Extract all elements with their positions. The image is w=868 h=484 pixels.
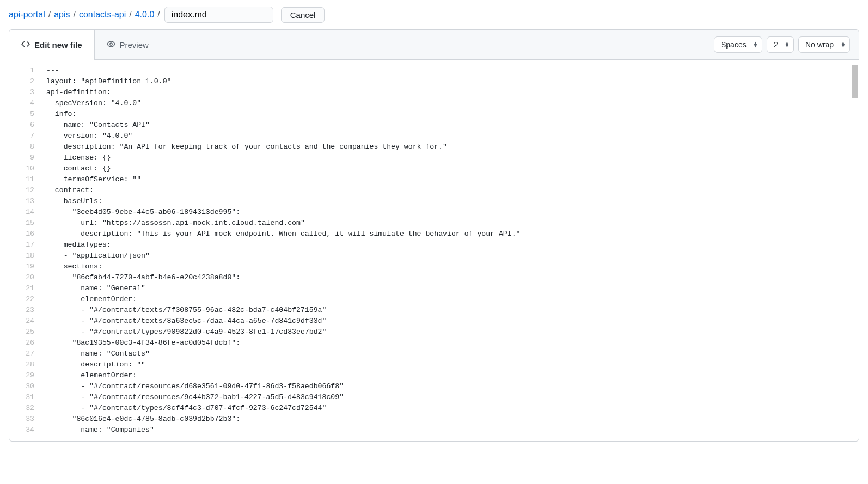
tabs: Edit new file Preview (9, 30, 161, 59)
line-number: 8 (9, 142, 38, 152)
line-number: 33 (9, 414, 38, 425)
wrap-mode-select-wrap: No wrap ▲▼ (798, 36, 850, 53)
code-line[interactable]: "3eeb4d05-9ebe-44c5-ab06-1894313de995": (46, 207, 859, 218)
code-line[interactable]: "86c016e4-e0dc-4785-8adb-c039d2bb72b3": (46, 414, 859, 425)
line-number-gutter: 1234567891011121314151617181920212223242… (9, 60, 43, 441)
code-line[interactable]: - "#/contract/resources/9c44b372-bab1-42… (46, 392, 859, 403)
code-line[interactable]: version: "4.0.0" (46, 131, 859, 142)
wrap-mode-select[interactable]: No wrap (798, 36, 850, 53)
line-number: 15 (9, 218, 38, 229)
line-number: 2 (9, 76, 38, 87)
line-number: 22 (9, 294, 38, 305)
line-number: 29 (9, 370, 38, 381)
line-number: 30 (9, 381, 38, 392)
file-header: Edit new file Preview Spaces ▲▼ 2 ▲▼ (9, 30, 859, 60)
line-number: 7 (9, 131, 38, 142)
code-line[interactable]: name: "Contacts API" (46, 120, 859, 131)
code-editor[interactable]: 1234567891011121314151617181920212223242… (9, 60, 859, 441)
scrollbar-track[interactable] (850, 60, 859, 441)
line-number: 17 (9, 240, 38, 250)
code-line[interactable]: name: "Companies" (46, 425, 859, 436)
line-number: 21 (9, 283, 38, 294)
code-line[interactable]: elementOrder: (46, 370, 859, 381)
breadcrumb-separator: / (157, 10, 160, 20)
line-number: 5 (9, 109, 38, 120)
scrollbar-thumb[interactable] (852, 65, 858, 98)
code-line[interactable]: description: "An API for keeping track o… (46, 142, 859, 152)
line-number: 32 (9, 403, 38, 414)
indent-mode-select[interactable]: Spaces (714, 36, 762, 53)
code-line[interactable]: api-definition: (46, 87, 859, 98)
line-number: 27 (9, 348, 38, 359)
line-number: 13 (9, 196, 38, 207)
indent-mode-select-wrap: Spaces ▲▼ (714, 36, 762, 53)
file-editor-panel: Edit new file Preview Spaces ▲▼ 2 ▲▼ (9, 29, 859, 442)
code-line[interactable]: - "application/json" (46, 250, 859, 261)
tab-edit-label: Edit new file (34, 40, 82, 50)
code-line[interactable]: contract: (46, 185, 859, 196)
code-line[interactable]: - "#/contract/types/909822d0-c4a9-4523-8… (46, 327, 859, 338)
code-line[interactable]: "86cfab44-7270-4abf-b4e6-e20c4238a8d0": (46, 272, 859, 283)
code-line[interactable]: url: "https://assossn.api-mock.int.cloud… (46, 218, 859, 229)
code-line[interactable]: --- (46, 65, 859, 76)
breadcrumb-separator: / (74, 10, 76, 20)
line-number: 24 (9, 316, 38, 327)
code-icon (21, 40, 30, 50)
svg-point-0 (109, 42, 112, 45)
code-line[interactable]: mediaTypes: (46, 240, 859, 250)
line-number: 9 (9, 152, 38, 163)
code-line[interactable]: sections: (46, 261, 859, 272)
breadcrumb-link-version[interactable]: 4.0.0 (135, 10, 155, 20)
code-line[interactable]: description: "This is your API mock endp… (46, 229, 859, 240)
editor-options: Spaces ▲▼ 2 ▲▼ No wrap ▲▼ (714, 36, 859, 53)
code-content[interactable]: ---layout: "apiDefinition_1.0.0"api-defi… (43, 60, 859, 441)
line-number: 10 (9, 163, 38, 174)
code-line[interactable]: name: "Contacts" (46, 348, 859, 359)
line-number: 6 (9, 120, 38, 131)
code-line[interactable]: info: (46, 109, 859, 120)
code-line[interactable]: specVersion: "4.0.0" (46, 98, 859, 109)
tab-edit-new-file[interactable]: Edit new file (9, 30, 95, 59)
code-line[interactable]: baseUrls: (46, 196, 859, 207)
breadcrumb-separator: / (48, 10, 51, 20)
line-number: 1 (9, 65, 38, 76)
line-number: 11 (9, 174, 38, 185)
breadcrumb-link-root[interactable]: api-portal (9, 10, 45, 20)
code-line[interactable]: layout: "apiDefinition_1.0.0" (46, 76, 859, 87)
line-number: 25 (9, 327, 38, 338)
tab-preview-label: Preview (120, 40, 149, 50)
code-line[interactable]: license: {} (46, 152, 859, 163)
line-number: 14 (9, 207, 38, 218)
breadcrumb-link-contacts-api[interactable]: contacts-api (79, 10, 126, 20)
indent-size-select[interactable]: 2 (767, 36, 794, 53)
line-number: 20 (9, 272, 38, 283)
breadcrumb-link-apis[interactable]: apis (54, 10, 70, 20)
line-number: 26 (9, 338, 38, 348)
code-line[interactable]: - "#/contract/types/8cf4f4c3-d707-4fcf-9… (46, 403, 859, 414)
line-number: 19 (9, 261, 38, 272)
code-line[interactable]: name: "General" (46, 283, 859, 294)
line-number: 3 (9, 87, 38, 98)
line-number: 34 (9, 425, 38, 436)
code-line[interactable]: description: "" (46, 359, 859, 370)
cancel-button[interactable]: Cancel (281, 7, 325, 23)
tab-preview[interactable]: Preview (95, 30, 161, 59)
line-number: 31 (9, 392, 38, 403)
line-number: 4 (9, 98, 38, 109)
indent-size-select-wrap: 2 ▲▼ (767, 36, 794, 53)
top-bar: api-portal / apis / contacts-api / 4.0.0… (0, 0, 868, 29)
code-line[interactable]: - "#/contract/resources/d68e3561-09d0-47… (46, 381, 859, 392)
line-number: 28 (9, 359, 38, 370)
code-line[interactable]: elementOrder: (46, 294, 859, 305)
code-line[interactable]: "8ac19355-00c3-4f34-86fe-ac0d054fdcbf": (46, 338, 859, 348)
breadcrumb: api-portal / apis / contacts-api / 4.0.0… (9, 10, 160, 20)
code-line[interactable]: - "#/contract/texts/8a63ec5c-7daa-44ca-a… (46, 316, 859, 327)
code-line[interactable]: - "#/contract/texts/7f308755-96ac-482c-b… (46, 305, 859, 316)
filename-input[interactable] (164, 7, 273, 23)
code-line[interactable]: contact: {} (46, 163, 859, 174)
line-number: 12 (9, 185, 38, 196)
eye-icon (107, 40, 115, 50)
line-number: 18 (9, 250, 38, 261)
line-number: 16 (9, 229, 38, 240)
code-line[interactable]: termsOfService: "" (46, 174, 859, 185)
